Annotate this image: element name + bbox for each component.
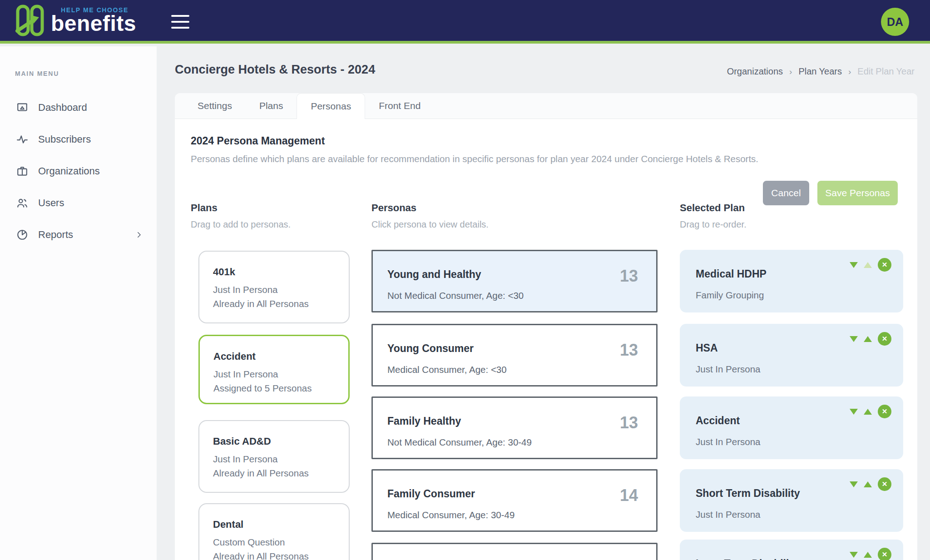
sidebar-item-label: Dashboard — [38, 102, 87, 114]
selected-plan-card-medical-hdhp[interactable]: ✕ Medical HDHP Family Grouping — [680, 250, 903, 312]
plan-card-line: Already in All Personas — [213, 549, 349, 560]
selected-plan-detail: Just In Persona — [696, 509, 760, 520]
selected-plan-card-accident[interactable]: ✕ Accident Just In Persona — [680, 396, 903, 459]
remove-icon[interactable]: ✕ — [878, 477, 891, 491]
selected-plan-column-title: Selected Plan — [680, 202, 745, 214]
persona-card-young-and-healthy[interactable]: Young and Healthy 13 Not Medical Consume… — [371, 250, 658, 312]
page-title: Concierge Hotels & Resorts - 2024 — [175, 63, 375, 77]
selected-plan-title: HSA — [696, 342, 718, 354]
menu-hamburger-icon[interactable] — [171, 15, 189, 29]
move-up-icon[interactable] — [864, 552, 872, 558]
move-down-icon[interactable] — [850, 481, 858, 487]
pie-chart-icon — [16, 229, 28, 241]
persona-card-title: Young Consumer — [387, 342, 474, 355]
plan-card-basic-add[interactable]: Basic AD&D Just In Persona Already in Al… — [198, 420, 350, 493]
breadcrumb-plan-years[interactable]: Plan Years — [798, 66, 842, 77]
selected-plan-title: Long Term Disability — [696, 558, 798, 560]
persona-card-count: 14 — [620, 486, 638, 505]
plan-card-title: Dental — [213, 519, 349, 530]
plan-card-line: Just In Persona — [213, 367, 348, 381]
move-down-icon[interactable] — [850, 336, 858, 342]
section-description: Personas define which plans are availabl… — [191, 154, 758, 164]
persona-card-count: 13 — [620, 267, 638, 286]
save-personas-button[interactable]: Save Personas — [817, 181, 898, 205]
sidebar-item-dashboard[interactable]: Dashboard — [0, 92, 157, 124]
breadcrumb-edit-plan-year: Edit Plan Year — [857, 66, 915, 77]
breadcrumb-separator-icon: › — [848, 67, 851, 77]
plans-column-title: Plans — [191, 202, 218, 214]
main-panel: Settings Plans Personas Front End 2024 P… — [175, 93, 917, 560]
plan-card-line: Already in All Personas — [213, 466, 349, 480]
persona-card-count: 13 — [620, 341, 638, 360]
cancel-button[interactable]: Cancel — [763, 181, 809, 205]
sidebar-item-label: Organizations — [38, 165, 100, 177]
user-avatar[interactable]: DA — [881, 8, 909, 36]
tab-personas[interactable]: Personas — [297, 93, 365, 119]
persona-card-title: Family Consumer — [387, 488, 475, 500]
persona-card-detail: Not Medical Consumer, Age: <30 — [387, 290, 524, 301]
chevron-right-icon — [135, 231, 143, 239]
plan-card-title: Basic AD&D — [213, 436, 349, 447]
plans-column-subtitle: Drag to add to personas. — [191, 219, 291, 230]
plan-card-title: Accident — [213, 351, 348, 362]
persona-card-young-consumer[interactable]: Young Consumer 13 Medical Consumer, Age:… — [371, 324, 658, 387]
tab-settings[interactable]: Settings — [184, 93, 246, 119]
persona-card-family-consumer[interactable]: Family Consumer 14 Medical Consumer, Age… — [371, 469, 658, 532]
plan-card-line: Custom Question — [213, 535, 349, 549]
users-icon — [16, 197, 28, 209]
sidebar-nav: Dashboard Subscribers Organizations Us — [0, 92, 157, 251]
selected-plan-title: Short Term Disability — [696, 487, 800, 500]
sidebar-section-label: MAIN MENU — [15, 70, 157, 77]
breadcrumb-organizations[interactable]: Organizations — [727, 66, 783, 77]
remove-icon[interactable]: ✕ — [878, 332, 891, 346]
brand-glyph-icon — [15, 4, 45, 37]
brand-name: benefits — [51, 13, 136, 35]
sidebar-item-reports[interactable]: Reports — [0, 219, 157, 251]
brand-logo[interactable]: HELP ME CHOOSE benefits — [15, 4, 136, 37]
breadcrumb: Organizations › Plan Years › Edit Plan Y… — [727, 66, 915, 77]
sidebar-item-label: Subscribers — [38, 134, 91, 145]
tab-bar: Settings Plans Personas Front End — [175, 93, 917, 119]
selected-plan-detail: Just In Persona — [696, 364, 760, 375]
sidebar-item-organizations[interactable]: Organizations — [0, 155, 157, 187]
remove-icon[interactable]: ✕ — [878, 258, 891, 272]
top-bar: HELP ME CHOOSE benefits DA — [0, 0, 930, 44]
persona-card-established-and-healthy[interactable]: Established and Healthy — [371, 543, 658, 560]
move-up-icon[interactable] — [864, 262, 872, 268]
selected-plan-title: Accident — [696, 415, 740, 427]
selected-plan-card-hsa[interactable]: ✕ HSA Just In Persona — [680, 324, 903, 387]
tab-plans[interactable]: Plans — [246, 93, 297, 119]
plan-card-accident[interactable]: Accident Just In Persona Assigned to 5 P… — [198, 335, 350, 404]
sidebar-item-label: Users — [38, 197, 64, 209]
sidebar: MAIN MENU Dashboard Subscribers Organiza… — [0, 46, 157, 560]
persona-card-detail: Medical Consumer, Age: <30 — [387, 364, 507, 375]
selected-plan-column-subtitle: Drag to re-order. — [680, 219, 747, 230]
plan-card-dental[interactable]: Dental Custom Question Already in All Pe… — [198, 503, 350, 560]
plan-card-line: Already in All Personas — [213, 297, 349, 311]
plan-card-line: Just In Persona — [213, 452, 349, 466]
remove-icon[interactable]: ✕ — [878, 405, 891, 418]
move-down-icon[interactable] — [850, 552, 858, 558]
move-up-icon[interactable] — [864, 409, 872, 415]
selected-plan-card-long-term-disability[interactable]: ✕ Long Term Disability — [680, 540, 903, 560]
briefcase-icon — [16, 165, 28, 177]
selected-plan-card-short-term-disability[interactable]: ✕ Short Term Disability Just In Persona — [680, 469, 903, 532]
section-heading: 2024 Persona Management — [191, 135, 325, 147]
breadcrumb-separator-icon: › — [789, 67, 792, 77]
persona-card-count: 13 — [620, 413, 638, 432]
plan-card-401k[interactable]: 401k Just In Persona Already in All Pers… — [198, 251, 350, 323]
sidebar-item-users[interactable]: Users — [0, 187, 157, 219]
move-up-icon[interactable] — [864, 481, 872, 487]
sidebar-item-subscribers[interactable]: Subscribers — [0, 124, 157, 155]
persona-card-family-healthy[interactable]: Family Healthy 13 Not Medical Consumer, … — [371, 396, 658, 459]
move-up-icon[interactable] — [864, 336, 872, 342]
personas-column-title: Personas — [371, 202, 416, 214]
personas-column-subtitle: Click persona to view details. — [371, 219, 489, 230]
remove-icon[interactable]: ✕ — [878, 548, 891, 560]
persona-card-title: Young and Healthy — [387, 268, 481, 281]
plan-card-title: 401k — [213, 266, 349, 278]
sidebar-item-label: Reports — [38, 229, 73, 241]
tab-front-end[interactable]: Front End — [365, 93, 434, 119]
move-down-icon[interactable] — [850, 262, 858, 268]
move-down-icon[interactable] — [850, 409, 858, 415]
